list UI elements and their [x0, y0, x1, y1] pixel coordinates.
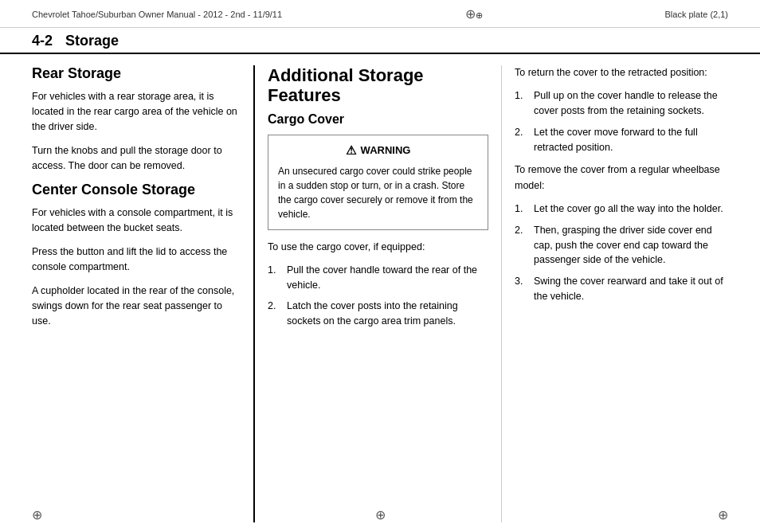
rear-storage-heading: Rear Storage [32, 65, 237, 83]
remove-cover-intro: To remove the cover from a regular wheel… [515, 162, 728, 194]
additional-storage-heading: Additional Storage Features [268, 65, 488, 106]
list-item-text: Let the cover go all the way into the ho… [534, 201, 728, 217]
list-item-text: Latch the cover posts into the retaining… [287, 299, 488, 329]
list-item: 1. Let the cover go all the way into the… [515, 201, 728, 217]
rear-storage-para2: Turn the knobs and pull the storage door… [32, 143, 237, 174]
console-storage-para1: For vehicles with a console compartment,… [32, 205, 237, 237]
list-item-text: Then, grasping the driver side cover end… [534, 223, 728, 268]
console-storage-para2: Press the button and lift the lid to acc… [32, 244, 237, 276]
list-item-text: Pull the cover handle toward the rear of… [287, 263, 488, 293]
left-column: Rear Storage For vehicles with a rear st… [32, 65, 255, 522]
page-container: Chevrolet Tahoe/Suburban Owner Manual - … [0, 0, 760, 532]
list-item: 1. Pull up on the cover handle to releas… [515, 88, 728, 119]
main-content: Rear Storage For vehicles with a rear st… [0, 54, 760, 522]
section-title: Storage [65, 33, 119, 49]
list-item: 2. Latch the cover posts into the retain… [268, 299, 488, 329]
list-item: 2. Then, grasping the driver side cover … [515, 223, 728, 268]
warning-triangle-icon: ⚠ [346, 143, 356, 158]
list-item: 2. Let the cover move forward to the ful… [515, 125, 728, 155]
page-header: Chevrolet Tahoe/Suburban Owner Manual - … [0, 0, 760, 28]
warning-title: ⚠ WARNING [278, 143, 478, 158]
remove-cover-steps: 1. Let the cover go all the way into the… [515, 201, 728, 304]
bottom-crosshair-center-icon: ⊕ [375, 507, 386, 522]
header-right-text: Black plate (2,1) [665, 10, 728, 19]
section-number: 4-2 [32, 33, 53, 49]
list-item-text: Let the cover move forward to the full r… [534, 125, 728, 155]
list-item-text: Swing the cover rearward and take it out… [534, 274, 728, 304]
retract-intro: To return the cover to the retracted pos… [515, 65, 728, 80]
cargo-cover-intro: To use the cargo cover, if equipped: [268, 240, 488, 255]
cargo-cover-heading: Cargo Cover [268, 112, 488, 127]
list-item: 3. Swing the cover rearward and take it … [515, 274, 728, 304]
bottom-crosshair-right-icon: ⊕ [718, 507, 728, 522]
list-item: 1. Pull the cover handle toward the rear… [268, 263, 488, 293]
retract-steps: 1. Pull up on the cover handle to releas… [515, 88, 728, 155]
section-heading-bar: 4-2 Storage [0, 28, 760, 54]
list-item-text: Pull up on the cover handle to release t… [534, 88, 728, 119]
console-storage-heading: Center Console Storage [32, 182, 237, 199]
header-crosshair-icon: ⊕ [465, 6, 481, 22]
middle-column: Additional Storage Features Cargo Cover … [255, 65, 502, 522]
rear-storage-para1: For vehicles with a rear storage area, i… [32, 89, 237, 135]
warning-label: WARNING [361, 144, 411, 156]
right-column: To return the cover to the retracted pos… [502, 65, 728, 522]
cargo-cover-steps: 1. Pull the cover handle toward the rear… [268, 263, 488, 329]
header-left-text: Chevrolet Tahoe/Suburban Owner Manual - … [32, 10, 282, 19]
bottom-crosshair-left-icon: ⊕ [32, 507, 42, 522]
warning-text: An unsecured cargo cover could strike pe… [278, 164, 478, 221]
warning-box: ⚠ WARNING An unsecured cargo cover could… [268, 135, 488, 230]
console-storage-para3: A cupholder located in the rear of the c… [32, 284, 237, 330]
